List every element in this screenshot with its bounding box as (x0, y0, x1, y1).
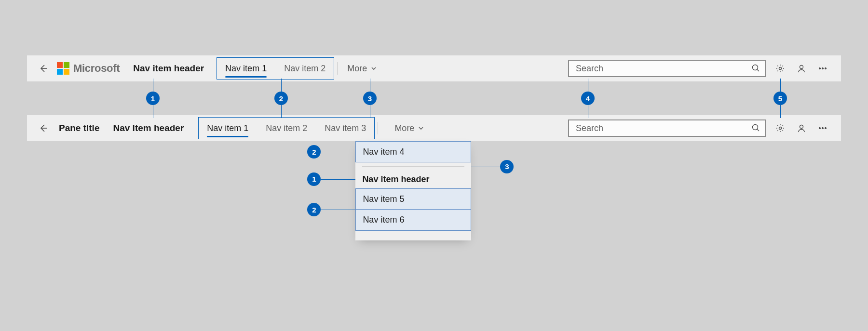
svg-point-10 (822, 127, 823, 129)
more-overflow-button[interactable]: More (381, 115, 431, 141)
back-button[interactable] (33, 118, 54, 139)
svg-point-5 (825, 67, 826, 69)
person-icon (797, 64, 806, 73)
svg-point-4 (822, 67, 823, 69)
menu-separator (362, 166, 464, 167)
microsoft-logo-tiles (57, 62, 69, 75)
more-actions-button[interactable] (812, 58, 833, 79)
nav-item-header: Nav item header (131, 63, 206, 74)
vertical-divider (378, 122, 378, 134)
svg-point-3 (819, 67, 820, 69)
nav-item-label: Nav item 2 (266, 123, 307, 133)
search-input[interactable] (575, 63, 747, 74)
account-button[interactable] (791, 58, 812, 79)
search-input[interactable] (575, 123, 747, 134)
top-nav-bar-1: Microsoft Nav item header Nav item 1 Nav… (27, 55, 841, 81)
right-icon-cluster (770, 58, 833, 79)
back-arrow-icon (39, 123, 48, 133)
nav-item-1[interactable]: Nav item 1 (217, 55, 275, 81)
nav-items-group: Nav item 1 Nav item 2 (217, 55, 334, 81)
microsoft-wordmark: Microsoft (73, 62, 120, 75)
overflow-item-4[interactable]: Nav item 4 (355, 141, 471, 162)
overflow-item-6[interactable]: Nav item 6 (355, 210, 471, 231)
chevron-down-icon (371, 66, 377, 71)
annotation-badge-1: 1 (146, 92, 160, 105)
svg-point-11 (825, 127, 826, 129)
nav-item-3[interactable]: Nav item 3 (316, 115, 375, 141)
person-icon (797, 123, 806, 133)
nav-items-group: Nav item 1 Nav item 2 Nav item 3 (198, 115, 375, 141)
overflow-item-label: Nav item 5 (363, 194, 404, 204)
nav-item-1[interactable]: Nav item 1 (198, 115, 257, 141)
nav-item-2[interactable]: Nav item 2 (275, 55, 334, 81)
overflow-item-5[interactable]: Nav item 5 (355, 188, 471, 210)
more-label: More (347, 64, 367, 74)
settings-button[interactable] (770, 118, 791, 139)
svg-point-2 (800, 66, 803, 69)
svg-point-7 (779, 127, 782, 130)
back-button[interactable] (33, 58, 54, 79)
svg-point-1 (779, 67, 782, 70)
annotation-badge-5: 5 (773, 92, 787, 105)
more-label: More (394, 123, 414, 133)
annotation-badge-2: 2 (274, 92, 288, 105)
ellipsis-icon (818, 123, 827, 133)
annotation-badge-4: 4 (581, 92, 595, 105)
annotation-badge-3: 3 (500, 160, 514, 173)
top-nav-bar-2: Pane title Nav item header Nav item 1 Na… (27, 115, 841, 141)
svg-point-9 (819, 127, 820, 129)
search-box[interactable] (568, 60, 766, 77)
right-icon-cluster (770, 118, 833, 139)
microsoft-logo: Microsoft (57, 62, 120, 75)
annotation-badge-3: 3 (363, 92, 377, 105)
nav-item-label: Nav item 1 (207, 123, 248, 133)
nav-item-label: Nav item 1 (225, 64, 267, 74)
nav-item-2[interactable]: Nav item 2 (257, 115, 316, 141)
search-box[interactable] (568, 119, 766, 137)
svg-point-6 (753, 124, 758, 130)
nav-item-header: Nav item header (111, 123, 186, 133)
more-overflow-menu: Nav item 4 Nav item header Nav item 5 Na… (355, 141, 471, 240)
chevron-down-icon (418, 125, 424, 131)
more-actions-button[interactable] (812, 118, 833, 139)
annotation-badge-2: 2 (307, 145, 321, 159)
overflow-section-header: Nav item header (355, 170, 471, 188)
overflow-item-label: Nav item 4 (363, 147, 404, 157)
settings-button[interactable] (770, 58, 791, 79)
nav-item-label: Nav item 3 (325, 123, 366, 133)
account-button[interactable] (791, 118, 812, 139)
svg-point-8 (800, 125, 803, 129)
pane-title: Pane title (59, 123, 99, 133)
gear-icon (775, 123, 785, 133)
nav-item-label: Nav item 2 (284, 64, 326, 74)
back-arrow-icon (39, 64, 48, 73)
more-overflow-button[interactable]: More (340, 55, 383, 81)
annotation-badge-1: 1 (307, 172, 321, 186)
ellipsis-icon (818, 64, 827, 73)
search-icon (751, 123, 760, 133)
vertical-divider (337, 62, 338, 75)
svg-point-0 (753, 65, 758, 70)
search-icon (751, 64, 760, 74)
annotation-badge-2: 2 (307, 203, 321, 216)
gear-icon (775, 64, 785, 73)
diagram-canvas: Microsoft Nav item header Nav item 1 Nav… (0, 0, 868, 141)
overflow-item-label: Nav item 6 (363, 215, 404, 225)
